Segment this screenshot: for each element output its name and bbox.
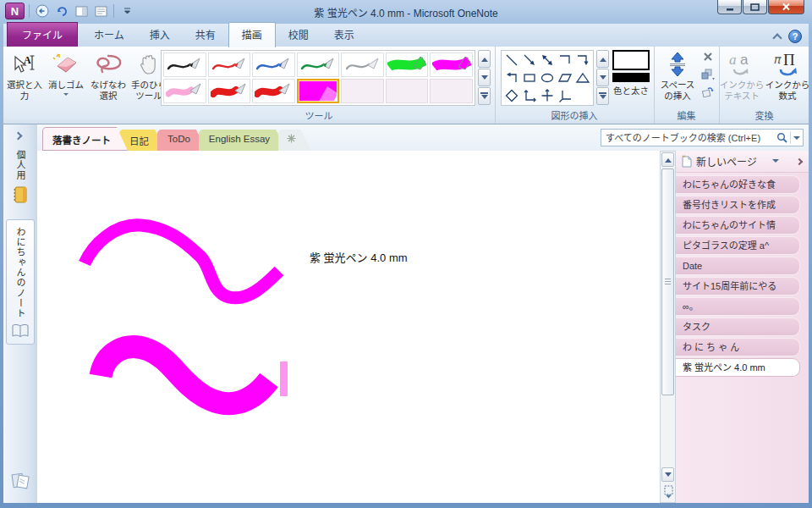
pen-red-thick-b[interactable] — [252, 79, 295, 103]
back-button[interactable] — [34, 3, 51, 19]
shape-ellipse-icon[interactable] — [538, 69, 556, 87]
notebook-item-personal[interactable]: 個人用 — [3, 150, 37, 204]
shape-gallery-more-button[interactable] — [596, 87, 609, 105]
pen-gallery-scroll-down[interactable] — [478, 69, 491, 86]
eraser-dropdown-icon[interactable] — [63, 93, 69, 98]
dock-to-desktop-icon — [75, 6, 88, 17]
new-page-header[interactable]: 新しいページ — [676, 151, 809, 173]
scroll-thumb[interactable] — [661, 168, 674, 395]
page-item[interactable]: わにちゃんのサイト情 — [676, 216, 800, 235]
search-input[interactable] — [606, 133, 776, 143]
pen-gallery-more-button[interactable] — [478, 87, 491, 105]
scroll-down-button[interactable] — [661, 467, 674, 482]
color-thickness-button[interactable]: 色と太さ — [611, 50, 651, 97]
page-item[interactable]: わ に ち ゃ ん — [676, 338, 800, 356]
expand-pane-icon[interactable] — [796, 157, 803, 164]
shape-axes-xyz-icon[interactable] — [557, 86, 574, 104]
tab-home[interactable]: ホーム — [81, 23, 137, 47]
lasso-select-button[interactable]: なげなわ選択 — [86, 49, 130, 124]
full-page-view-button[interactable] — [92, 3, 109, 19]
shape-corner-arrow-left-icon[interactable] — [502, 69, 520, 87]
group-label-convert: 変換 — [720, 108, 809, 122]
pen-blue[interactable] — [252, 52, 295, 77]
section-tab-rakugaki[interactable]: 落書きノート — [42, 127, 128, 151]
unfiled-notes-icon — [10, 471, 30, 491]
tab-review[interactable]: 校閲 — [276, 23, 321, 47]
section-tabs: 落書きノート 日記 ToDo English Essay — [42, 127, 303, 151]
eraser-button[interactable]: 消しゴム — [46, 49, 86, 124]
shape-rectangle-icon[interactable] — [520, 69, 538, 87]
help-icon[interactable]: ? — [788, 30, 802, 43]
search-scope-dropdown-icon[interactable] — [793, 136, 800, 143]
onenote-logo-icon[interactable]: N — [5, 3, 25, 19]
select-and-type-button[interactable]: A 選択と入力 — [5, 49, 44, 124]
search-box[interactable] — [601, 129, 804, 146]
pen-red[interactable] — [208, 52, 251, 77]
maximize-icon — [750, 3, 760, 11]
customize-qat-button[interactable] — [118, 3, 135, 19]
tab-insert[interactable]: 挿入 — [137, 23, 183, 47]
new-section-tab[interactable] — [278, 130, 311, 151]
shape-gallery-scroll-down[interactable] — [596, 69, 609, 86]
pen-gallery-scroll-up[interactable] — [478, 50, 491, 68]
unfiled-notes-button[interactable] — [10, 471, 30, 491]
shape-parallelogram-icon[interactable] — [557, 69, 574, 87]
pen-green[interactable] — [297, 52, 340, 77]
next-page-button[interactable] — [662, 483, 675, 500]
canvas-scrollbar[interactable] — [660, 151, 676, 503]
highlighter-magenta[interactable] — [430, 52, 473, 77]
arrange-icon — [701, 69, 715, 80]
page-item[interactable]: 番号付きリストを作成 — [676, 196, 800, 214]
scroll-up-button[interactable] — [661, 152, 674, 167]
chevron-down-icon — [123, 8, 131, 15]
search-icon[interactable] — [776, 132, 787, 143]
group-convert: aa インクからテキスト πΠ インクから数式 変換 — [719, 47, 809, 124]
pen-red-thick[interactable] — [208, 79, 251, 103]
shape-arrow-icon[interactable] — [520, 52, 538, 69]
tab-share[interactable]: 共有 — [183, 23, 228, 47]
shape-axes-xy-icon[interactable] — [520, 86, 538, 104]
notebook-item-wanichan[interactable]: わにちゃんのノート — [6, 219, 35, 345]
expand-nav-icon[interactable] — [14, 132, 23, 141]
ribbon: A 選択と入力 消しゴム なげなわ選択 手 — [3, 47, 809, 124]
shape-corner-icon[interactable] — [557, 52, 574, 69]
pen-gray[interactable] — [341, 52, 384, 77]
shape-gallery-scroll-up[interactable] — [596, 50, 609, 68]
shape-line-icon[interactable] — [502, 52, 520, 69]
pen-black[interactable] — [163, 52, 206, 77]
shape-axes-cross-icon[interactable] — [538, 86, 556, 104]
maximize-button[interactable] — [743, 0, 767, 14]
highlighter-green[interactable] — [386, 52, 429, 77]
color-thickness-icon — [612, 50, 650, 70]
shape-corner-arrow-icon[interactable] — [574, 52, 592, 69]
section-tab-english-essay[interactable]: English Essay — [199, 130, 287, 151]
collapse-ribbon-icon[interactable] — [772, 33, 782, 42]
rotate-button[interactable] — [700, 85, 716, 100]
delete-button[interactable] — [700, 49, 716, 64]
page-item[interactable]: サイト15周年前にやる — [676, 277, 800, 295]
page-item[interactable]: わにちゃんの好きな食 — [676, 175, 800, 194]
tab-file[interactable]: ファイル — [7, 22, 78, 47]
page-item[interactable]: ピタゴラスの定理 a^ — [676, 236, 800, 255]
page-item[interactable]: タスク — [676, 318, 800, 336]
page-item[interactable]: ∞。 — [676, 297, 800, 316]
page-canvas[interactable]: 紫 蛍光ペン 4.0 mm — [37, 151, 660, 503]
pen-pink-thick[interactable] — [163, 79, 206, 103]
page-item-selected[interactable]: 紫 蛍光ペン 4.0 mm — [676, 358, 800, 377]
highlighter-magenta-selected[interactable] — [297, 79, 340, 103]
tab-view[interactable]: 表示 — [321, 23, 367, 47]
shape-triangle-icon[interactable] — [574, 69, 592, 87]
main-area: 個人用 わにちゃんのノート 落書きノート 日記 ToDo English Ess… — [3, 124, 809, 503]
minimize-button[interactable] — [717, 0, 742, 14]
shape-diamond-icon[interactable] — [502, 86, 520, 104]
undo-button[interactable] — [53, 3, 70, 19]
page-item[interactable]: Date — [676, 257, 800, 275]
new-page-dropdown-icon[interactable] — [772, 159, 779, 166]
arrange-button[interactable] — [700, 67, 716, 82]
dock-to-desktop-button[interactable] — [73, 3, 90, 19]
title-bar[interactable]: N 紫 蛍光ペン 4.0 mm - Microsoft OneNote — [0, 0, 812, 24]
tab-draw[interactable]: 描画 — [228, 22, 276, 47]
shape-double-arrow-icon[interactable] — [538, 52, 556, 69]
ink-text-label[interactable]: 紫 蛍光ペン 4.0 mm — [310, 249, 408, 265]
close-button[interactable] — [768, 0, 804, 14]
